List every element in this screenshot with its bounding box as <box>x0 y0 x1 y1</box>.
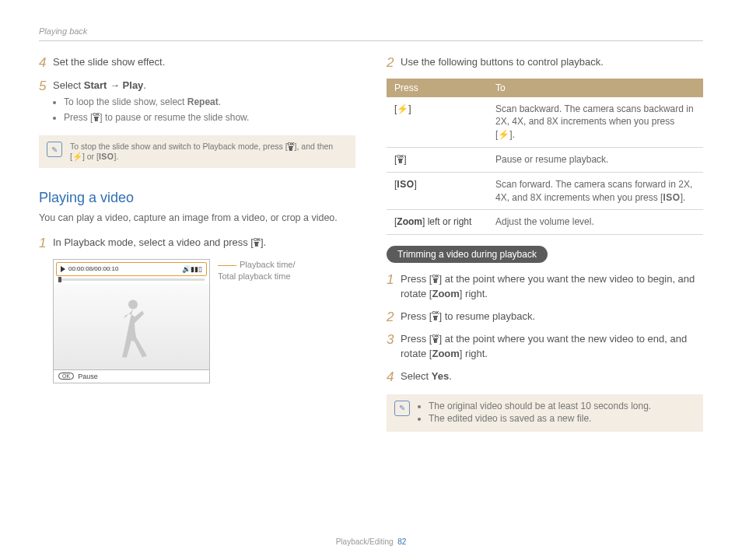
bold-yes: Yes <box>432 370 449 382</box>
text: Select <box>401 370 432 382</box>
manual-page: Playing back 4 Set the slide show effect… <box>0 0 742 560</box>
step-text: Use the following buttons to control pla… <box>401 55 703 71</box>
video-figure: 00:00:08/00:00:10 🔊▮▮▯ <box>53 259 355 383</box>
video-timebar: 00:00:08/00:00:10 🔊▮▮▯ <box>56 262 207 276</box>
th-to: To <box>488 79 703 97</box>
pause-label: Pause <box>78 373 98 380</box>
svg-point-0 <box>128 299 138 309</box>
caption-text: Total playback time <box>218 271 291 281</box>
text: Press [ <box>401 333 432 345</box>
video-preview: 00:00:08/00:00:10 🔊▮▮▯ <box>53 259 210 383</box>
text: Scan backward. The camera scans backward… <box>495 103 694 141</box>
right-column: 2 Use the following buttons to control p… <box>387 55 703 447</box>
flash-icon: ⚡ <box>72 152 82 161</box>
step-text: Press [OK🗑] at the point where you want … <box>401 332 703 362</box>
step-number: 1 <box>387 272 401 302</box>
ok-trash-icon: OK🗑 <box>432 275 439 284</box>
th-press: Press <box>387 79 488 97</box>
bullet-item: To loop the slide show, select Repeat. <box>64 96 355 109</box>
text: In Playback mode, select a video and pre… <box>53 236 254 248</box>
text: ] right. <box>460 348 488 359</box>
text: Press [ <box>64 112 93 123</box>
figure-caption: Playback time/ Total playback time <box>218 259 296 283</box>
text: To loop the slide show, select <box>64 96 187 107</box>
bold-repeat: Repeat <box>187 96 219 107</box>
note-box: ✎ The original video should be at least … <box>387 394 703 432</box>
step-text: Press [OK🗑] at the point where you want … <box>401 272 703 302</box>
step-number: 3 <box>387 332 401 362</box>
step-4: 4 Set the slide show effect. <box>39 55 355 71</box>
subsection-heading: Trimming a video during playback <box>387 246 548 263</box>
iso-icon: ISO <box>397 179 414 190</box>
step-number: 4 <box>39 55 53 71</box>
cell-key: [ISO] <box>387 172 488 210</box>
ok-trash-icon: OK🗑 <box>397 155 404 164</box>
cell-key: [⚡] <box>387 97 488 148</box>
note-box: ✎ To stop the slide show and switch to P… <box>39 135 355 168</box>
table-row: [ISO] Scan forward. The camera scans for… <box>387 172 703 210</box>
note-text: To stop the slide show and switch to Pla… <box>70 142 348 162</box>
text: ] <box>415 179 417 190</box>
text: . <box>143 79 146 91</box>
ok-trash-icon: OK🗑 <box>254 238 261 247</box>
ok-trash-icon: OK🗑 <box>93 113 100 122</box>
video-footer: OK Pause <box>54 369 209 383</box>
bullet-item: Press [OK🗑] to pause or resume the slide… <box>64 111 355 124</box>
video-canvas <box>54 284 209 369</box>
flash-icon: ⚡ <box>498 129 509 140</box>
text: ] right. <box>460 288 488 299</box>
arrow: → <box>107 79 122 91</box>
page-number: 82 <box>397 537 406 546</box>
caption-text: Playback time/ <box>240 260 296 269</box>
bold-zoom: Zoom <box>397 216 422 227</box>
cell-desc: Adjust the volume level. <box>488 210 703 235</box>
table-row: [⚡] Scan backward. The camera scans back… <box>387 97 703 148</box>
callout-line <box>218 265 236 266</box>
trim-step-1: 1 Press [OK🗑] at the point where you wan… <box>387 272 703 302</box>
text: . <box>449 370 452 382</box>
ok-trash-icon: OK🗑 <box>432 311 439 320</box>
bold-play: Play <box>123 79 144 91</box>
dancer-silhouette <box>108 295 155 365</box>
cell-desc: Pause or resume playback. <box>488 147 703 172</box>
step-2: 2 Use the following buttons to control p… <box>387 55 703 71</box>
bold-start: Start <box>84 79 107 91</box>
cell-key: [Zoom] left or right <box>387 210 488 235</box>
step-text: Select Start → Play. To loop the slide s… <box>53 79 355 127</box>
controls-table: Press To [⚡] Scan backward. The camera s… <box>387 79 703 236</box>
step-5: 5 Select Start → Play. To loop the slide… <box>39 79 355 127</box>
text: ] or [ <box>82 152 99 161</box>
text: To stop the slide show and switch to Pla… <box>70 142 288 151</box>
text: ] to pause or resume the slide show. <box>100 112 249 123</box>
trim-step-3: 3 Press [OK🗑] at the point where you wan… <box>387 332 703 362</box>
section-header: Playing back <box>39 26 703 41</box>
content-columns: 4 Set the slide show effect. 5 Select St… <box>39 55 703 447</box>
text: Select <box>53 79 84 91</box>
note-icon: ✎ <box>394 401 410 416</box>
section-title: Playing a video <box>39 190 355 206</box>
iso-icon: ISO <box>99 152 114 161</box>
text: ] to resume playback. <box>439 310 535 322</box>
bullet-list: The original video should be at least 10… <box>418 401 651 424</box>
ok-trash-icon: OK🗑 <box>432 334 439 344</box>
step-text: In Playback mode, select a video and pre… <box>53 236 355 251</box>
text: Press [ <box>401 273 432 285</box>
step-number: 5 <box>39 79 53 127</box>
page-footer: Playback/Editing 82 <box>0 537 742 546</box>
progress-bar <box>58 278 205 281</box>
cell-desc: Scan forward. The camera scans forward i… <box>488 172 703 210</box>
video-time: 00:00:08/00:00:10 <box>68 265 119 272</box>
text: ] <box>408 103 411 114</box>
ok-pill: OK <box>58 373 74 380</box>
note-icon: ✎ <box>47 142 62 157</box>
text: ] left or right <box>422 216 471 227</box>
text: ]. <box>261 236 266 248</box>
text: Press [ <box>401 310 432 322</box>
bullet-item: The edited video is saved as a new file. <box>429 413 651 424</box>
play-icon <box>61 266 65 272</box>
video-step-1: 1 In Playback mode, select a video and p… <box>39 236 355 251</box>
note-text: The original video should be at least 10… <box>418 401 651 425</box>
step-text: Select Yes. <box>401 369 703 385</box>
step-text: Set the slide show effect. <box>53 55 355 71</box>
section-description: You can play a video, capture an image f… <box>39 211 355 225</box>
